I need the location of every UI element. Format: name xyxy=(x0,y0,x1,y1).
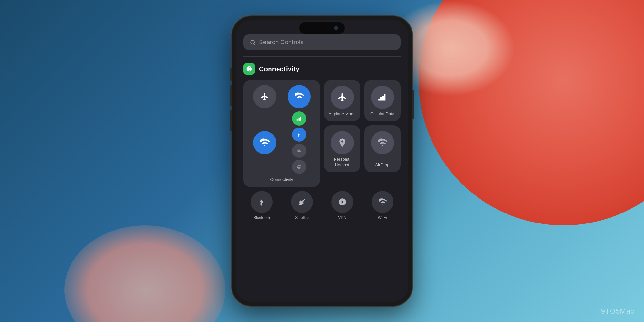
connectivity-group-block[interactable]: Connectivity xyxy=(243,80,320,187)
vpn-label: VPN xyxy=(338,215,346,220)
cellular-data-control[interactable]: Cellular Data xyxy=(364,80,401,121)
hotspot-mini-button[interactable] xyxy=(288,85,311,108)
wifi-control[interactable]: Wi-Fi xyxy=(364,191,401,220)
svg-rect-3 xyxy=(296,119,297,121)
right-controls: Airplane Mode Cellular Data xyxy=(324,80,401,187)
airplane-mode-control[interactable]: Airplane Mode xyxy=(324,80,360,121)
phone-body: Search Controls Connectivity xyxy=(232,16,412,306)
section-title: Connectivity xyxy=(259,65,299,73)
cellular-data-icon-circle xyxy=(371,86,394,109)
svg-line-1 xyxy=(254,43,255,44)
bluetooth-label: Bluetooth xyxy=(253,215,270,220)
dynamic-island xyxy=(299,22,345,34)
satellite-icon-circle xyxy=(291,191,313,213)
camera-dot xyxy=(334,26,338,30)
search-icon xyxy=(250,39,256,46)
volume-up-button[interactable] xyxy=(230,85,232,106)
top-right-row: Airplane Mode Cellular Data xyxy=(324,80,401,121)
conn-top-row xyxy=(249,85,315,108)
phone: Search Controls Connectivity xyxy=(232,16,412,306)
bluetooth-icon-circle xyxy=(251,191,273,213)
globe-mini-button[interactable] xyxy=(292,160,306,174)
airdrop-label: AirDrop xyxy=(375,162,389,168)
conn-bottom-row xyxy=(249,111,315,174)
personal-hotspot-label: PersonalHotspot xyxy=(334,157,350,168)
svg-rect-4 xyxy=(298,118,298,121)
chain-mini-button[interactable] xyxy=(292,144,306,158)
cellular-mini-button[interactable] xyxy=(292,111,306,126)
svg-rect-9 xyxy=(382,96,384,100)
airplane-mode-label: Airplane Mode xyxy=(329,111,356,117)
satellite-control[interactable]: Satellite xyxy=(284,191,320,220)
silent-switch xyxy=(230,68,232,80)
wifi-label: Wi-Fi xyxy=(378,215,387,220)
bottom-right-row: PersonalHotspot AirDrop xyxy=(324,125,401,172)
airdrop-control[interactable]: AirDrop xyxy=(364,125,401,172)
vpn-icon-circle xyxy=(331,191,353,213)
svg-point-0 xyxy=(251,40,254,44)
svg-rect-5 xyxy=(299,118,300,121)
svg-point-2 xyxy=(249,68,250,70)
wifi-icon-circle xyxy=(372,191,393,213)
phone-screen: Search Controls Connectivity xyxy=(236,20,408,302)
satellite-label: Satellite xyxy=(295,215,309,220)
svg-rect-8 xyxy=(380,97,382,101)
airdrop-icon-circle xyxy=(371,131,394,154)
cellular-data-label: Cellular Data xyxy=(370,111,394,117)
personal-hotspot-icon-circle xyxy=(331,131,354,154)
svg-rect-10 xyxy=(384,94,385,101)
conn-right-stack xyxy=(283,111,315,174)
connectivity-label: Connectivity xyxy=(270,177,293,182)
section-divider xyxy=(243,56,401,57)
airplane-mode-icon-circle xyxy=(331,86,354,109)
bottom-controls-row: Bluetooth Satellite xyxy=(243,191,401,220)
volume-down-button[interactable] xyxy=(230,110,232,131)
search-controls-bar[interactable]: Search Controls xyxy=(243,34,401,50)
airplane-mode-mini-button[interactable] xyxy=(253,85,276,108)
watermark: 9TO5Mac xyxy=(601,307,634,316)
power-button[interactable] xyxy=(412,90,414,119)
bluetooth-mini-button[interactable] xyxy=(292,128,306,142)
svg-rect-6 xyxy=(300,117,301,121)
personal-hotspot-control[interactable]: PersonalHotspot xyxy=(324,125,360,172)
svg-rect-7 xyxy=(378,99,380,101)
wifi-mini-button[interactable] xyxy=(253,131,276,154)
connectivity-icon xyxy=(243,63,255,75)
vpn-control[interactable]: VPN xyxy=(324,191,360,220)
search-placeholder: Search Controls xyxy=(259,39,304,46)
connectivity-section-header: Connectivity xyxy=(243,63,401,75)
screen-content: Search Controls Connectivity xyxy=(236,20,408,302)
bluetooth-control[interactable]: Bluetooth xyxy=(243,191,280,220)
controls-grid: Connectivity Air xyxy=(243,80,401,187)
